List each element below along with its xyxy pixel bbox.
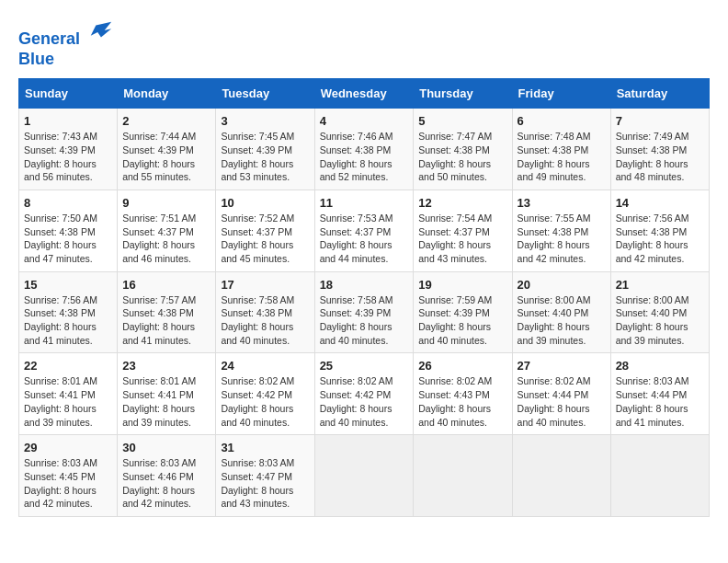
calendar-cell: 17 Sunrise: 7:58 AM Sunset: 4:38 PM Dayl… [216, 271, 314, 353]
day-info: Sunrise: 8:02 AM Sunset: 4:42 PM Dayligh… [221, 374, 309, 429]
day-info: Sunrise: 7:49 AM Sunset: 4:38 PM Dayligh… [616, 130, 704, 184]
calendar-cell: 5 Sunrise: 7:47 AM Sunset: 4:38 PM Dayli… [414, 109, 512, 190]
day-number: 18 [320, 278, 409, 292]
calendar-cell [314, 435, 414, 517]
calendar-cell: 25 Sunrise: 8:02 AM Sunset: 4:42 PM Dayl… [314, 353, 414, 435]
day-info: Sunrise: 8:01 AM Sunset: 4:41 PM Dayligh… [24, 374, 112, 429]
logo-bird-icon [87, 18, 113, 44]
logo-general: General [18, 29, 80, 48]
day-number: 24 [221, 359, 309, 373]
day-number: 21 [616, 278, 704, 292]
calendar-cell: 13 Sunrise: 7:55 AM Sunset: 4:38 PM Dayl… [512, 190, 610, 271]
day-number: 20 [518, 278, 606, 292]
calendar-cell: 20 Sunrise: 8:00 AM Sunset: 4:40 PM Dayl… [512, 271, 610, 353]
day-number: 10 [221, 196, 309, 210]
weekday-header-saturday: Saturday [610, 79, 709, 109]
day-number: 14 [616, 196, 704, 210]
weekday-header-monday: Monday [118, 79, 216, 109]
day-number: 3 [221, 114, 309, 128]
day-info: Sunrise: 8:02 AM Sunset: 4:43 PM Dayligh… [418, 374, 506, 429]
calendar-cell: 22 Sunrise: 8:01 AM Sunset: 4:41 PM Dayl… [19, 353, 118, 435]
day-number: 17 [221, 278, 309, 292]
calendar-week-row: 1 Sunrise: 7:43 AM Sunset: 4:39 PM Dayli… [19, 109, 710, 190]
day-info: Sunrise: 7:58 AM Sunset: 4:39 PM Dayligh… [320, 293, 409, 348]
weekday-header-friday: Friday [512, 79, 610, 109]
day-info: Sunrise: 7:56 AM Sunset: 4:38 PM Dayligh… [24, 293, 112, 348]
weekday-header-thursday: Thursday [414, 79, 512, 109]
day-info: Sunrise: 7:47 AM Sunset: 4:38 PM Dayligh… [418, 130, 506, 184]
calendar-cell: 7 Sunrise: 7:49 AM Sunset: 4:38 PM Dayli… [610, 109, 709, 190]
day-number: 30 [122, 441, 210, 454]
calendar-cell [414, 435, 512, 517]
day-number: 22 [24, 359, 112, 373]
day-number: 19 [418, 278, 506, 292]
day-number: 4 [320, 114, 409, 128]
page-header: General Blue [18, 18, 710, 69]
day-info: Sunrise: 7:59 AM Sunset: 4:39 PM Dayligh… [418, 293, 506, 348]
day-number: 16 [122, 278, 210, 292]
weekday-header-wednesday: Wednesday [314, 79, 414, 109]
day-info: Sunrise: 7:48 AM Sunset: 4:38 PM Dayligh… [518, 130, 606, 184]
day-info: Sunrise: 7:43 AM Sunset: 4:39 PM Dayligh… [24, 130, 112, 184]
calendar-cell: 26 Sunrise: 8:02 AM Sunset: 4:43 PM Dayl… [414, 353, 512, 435]
calendar-cell: 8 Sunrise: 7:50 AM Sunset: 4:38 PM Dayli… [19, 190, 118, 271]
calendar-cell: 9 Sunrise: 7:51 AM Sunset: 4:37 PM Dayli… [118, 190, 216, 271]
calendar-table: SundayMondayTuesdayWednesdayThursdayFrid… [18, 78, 710, 517]
day-number: 12 [418, 196, 506, 210]
day-info: Sunrise: 8:00 AM Sunset: 4:40 PM Dayligh… [518, 293, 606, 348]
calendar-cell: 24 Sunrise: 8:02 AM Sunset: 4:42 PM Dayl… [216, 353, 314, 435]
day-number: 8 [24, 196, 112, 210]
day-number: 7 [616, 114, 704, 128]
day-number: 31 [221, 441, 309, 454]
calendar-cell [512, 435, 610, 517]
day-info: Sunrise: 7:46 AM Sunset: 4:38 PM Dayligh… [320, 130, 409, 184]
calendar-cell: 19 Sunrise: 7:59 AM Sunset: 4:39 PM Dayl… [414, 271, 512, 353]
day-number: 13 [518, 196, 606, 210]
day-info: Sunrise: 7:58 AM Sunset: 4:38 PM Dayligh… [221, 293, 309, 348]
calendar-cell: 23 Sunrise: 8:01 AM Sunset: 4:41 PM Dayl… [118, 353, 216, 435]
calendar-cell: 10 Sunrise: 7:52 AM Sunset: 4:37 PM Dayl… [216, 190, 314, 271]
calendar-cell: 16 Sunrise: 7:57 AM Sunset: 4:38 PM Dayl… [118, 271, 216, 353]
calendar-week-row: 29 Sunrise: 8:03 AM Sunset: 4:45 PM Dayl… [19, 435, 710, 517]
calendar-cell: 30 Sunrise: 8:03 AM Sunset: 4:46 PM Dayl… [118, 435, 216, 517]
day-info: Sunrise: 7:44 AM Sunset: 4:39 PM Dayligh… [122, 130, 210, 184]
day-info: Sunrise: 8:03 AM Sunset: 4:46 PM Dayligh… [122, 456, 210, 511]
day-number: 11 [320, 196, 409, 210]
day-info: Sunrise: 7:51 AM Sunset: 4:37 PM Dayligh… [122, 212, 210, 266]
calendar-cell: 14 Sunrise: 7:56 AM Sunset: 4:38 PM Dayl… [610, 190, 709, 271]
day-info: Sunrise: 7:52 AM Sunset: 4:37 PM Dayligh… [221, 212, 309, 266]
weekday-header-tuesday: Tuesday [216, 79, 314, 109]
day-number: 6 [518, 114, 606, 128]
calendar-cell: 4 Sunrise: 7:46 AM Sunset: 4:38 PM Dayli… [314, 109, 414, 190]
day-number: 9 [122, 196, 210, 210]
calendar-cell: 11 Sunrise: 7:53 AM Sunset: 4:37 PM Dayl… [314, 190, 414, 271]
calendar-header-row: SundayMondayTuesdayWednesdayThursdayFrid… [19, 79, 710, 109]
calendar-cell: 1 Sunrise: 7:43 AM Sunset: 4:39 PM Dayli… [19, 109, 118, 190]
calendar-cell: 29 Sunrise: 8:03 AM Sunset: 4:45 PM Dayl… [19, 435, 118, 517]
calendar-cell: 2 Sunrise: 7:44 AM Sunset: 4:39 PM Dayli… [118, 109, 216, 190]
day-info: Sunrise: 7:56 AM Sunset: 4:38 PM Dayligh… [616, 212, 704, 266]
calendar-cell: 21 Sunrise: 8:00 AM Sunset: 4:40 PM Dayl… [610, 271, 709, 353]
day-number: 29 [24, 441, 112, 454]
day-info: Sunrise: 7:55 AM Sunset: 4:38 PM Dayligh… [518, 212, 606, 266]
svg-marker-0 [91, 22, 111, 38]
day-info: Sunrise: 8:03 AM Sunset: 4:44 PM Dayligh… [616, 374, 704, 429]
calendar-cell: 12 Sunrise: 7:54 AM Sunset: 4:37 PM Dayl… [414, 190, 512, 271]
calendar-cell: 27 Sunrise: 8:02 AM Sunset: 4:44 PM Dayl… [512, 353, 610, 435]
calendar-week-row: 22 Sunrise: 8:01 AM Sunset: 4:41 PM Dayl… [19, 353, 710, 435]
day-number: 26 [418, 359, 506, 373]
calendar-cell: 18 Sunrise: 7:58 AM Sunset: 4:39 PM Dayl… [314, 271, 414, 353]
day-info: Sunrise: 8:03 AM Sunset: 4:47 PM Dayligh… [221, 456, 309, 511]
calendar-week-row: 15 Sunrise: 7:56 AM Sunset: 4:38 PM Dayl… [19, 271, 710, 353]
day-info: Sunrise: 7:50 AM Sunset: 4:38 PM Dayligh… [24, 212, 112, 266]
day-info: Sunrise: 7:57 AM Sunset: 4:38 PM Dayligh… [122, 293, 210, 348]
calendar-cell: 15 Sunrise: 7:56 AM Sunset: 4:38 PM Dayl… [19, 271, 118, 353]
day-number: 2 [122, 114, 210, 128]
calendar-week-row: 8 Sunrise: 7:50 AM Sunset: 4:38 PM Dayli… [19, 190, 710, 271]
day-info: Sunrise: 7:54 AM Sunset: 4:37 PM Dayligh… [418, 212, 506, 266]
day-info: Sunrise: 8:02 AM Sunset: 4:42 PM Dayligh… [320, 374, 409, 429]
day-number: 23 [122, 359, 210, 373]
calendar-cell [610, 435, 709, 517]
calendar-cell: 3 Sunrise: 7:45 AM Sunset: 4:39 PM Dayli… [216, 109, 314, 190]
day-info: Sunrise: 8:02 AM Sunset: 4:44 PM Dayligh… [518, 374, 606, 429]
